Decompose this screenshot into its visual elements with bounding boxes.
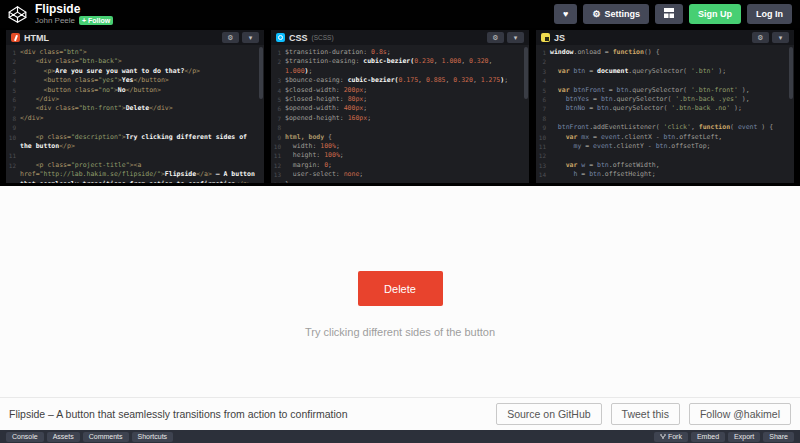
code-line[interactable]: 4 <button class="yes">Yes</button> <box>6 76 264 85</box>
css-settings-button[interactable]: ⚙ <box>487 32 504 43</box>
code-line[interactable]: 11 my = event.clientY - btn.offsetTop; <box>536 142 794 151</box>
fork-button[interactable]: Fork <box>654 432 688 442</box>
html-panel-title: HTML <box>24 33 49 43</box>
credit-text: Flipside – A button that seamlessly tran… <box>9 408 348 420</box>
code-line[interactable]: 3$bounce-easing: cubic-bezier(0.175, 0.8… <box>271 76 529 85</box>
follow-button[interactable]: + Follow <box>79 16 113 25</box>
code-line[interactable]: 2 <box>536 57 794 66</box>
love-button[interactable]: ♥ <box>554 4 577 24</box>
line-number: 12 <box>536 151 550 160</box>
line-number: 2 <box>536 57 550 66</box>
code-line[interactable]: 14} <box>271 180 529 183</box>
change-view-button[interactable] <box>655 4 683 24</box>
code-line[interactable]: 7 <div class="btn-front">Delete</div> <box>6 104 264 113</box>
code-line[interactable]: 6 </div> <box>6 95 264 104</box>
line-number: 14 <box>271 180 285 183</box>
line-number: 6 <box>271 104 285 113</box>
js-scrollbar[interactable] <box>789 47 793 99</box>
code-line[interactable]: 5$closed-height: 80px; <box>271 95 529 104</box>
share-button[interactable]: Share <box>763 432 794 442</box>
code-line[interactable]: 7 btnNo = btn.querySelector( '.btn-back … <box>536 104 794 113</box>
line-number: 10 <box>271 142 285 151</box>
js-panel-title: JS <box>554 33 565 43</box>
settings-button[interactable]: ⚙ Settings <box>583 4 649 24</box>
css-panel-title: CSS <box>289 33 308 43</box>
code-line[interactable]: 8 <box>271 123 529 132</box>
assets-button[interactable]: Assets <box>47 432 80 442</box>
code-line[interactable]: 8 <box>536 114 794 123</box>
code-line[interactable]: 3 <p>Are you sure you want to do that?</… <box>6 67 264 76</box>
code-line[interactable]: 3 var btn = document.querySelector( '.bt… <box>536 67 794 76</box>
html-code-area[interactable]: 1<div class="btn">2 <div class="btn-back… <box>6 45 264 183</box>
js-panel-header: JS ⚙ ▾ <box>536 30 794 45</box>
code-line[interactable]: 12 <p class="project-title"><a href="htt… <box>6 161 264 183</box>
line-number: 8 <box>271 123 285 132</box>
line-number: 1 <box>271 48 285 57</box>
delete-button[interactable]: Delete <box>358 271 443 306</box>
code-line[interactable]: 1$transition-duration: 0.8s; <box>271 48 529 57</box>
code-line[interactable]: 10 width: 100%; <box>271 142 529 151</box>
bottom-toolbar: Console Assets Comments Shortcuts Fork E… <box>0 430 800 443</box>
sign-up-button[interactable]: Sign Up <box>689 4 741 24</box>
chevron-down-icon: ▾ <box>249 34 253 41</box>
code-line[interactable]: 8</div> <box>6 114 264 123</box>
line-number: 6 <box>6 95 20 104</box>
follow-hakimel-button[interactable]: Follow @hakimel <box>689 403 791 425</box>
html-menu-button[interactable]: ▾ <box>242 32 259 43</box>
pen-author[interactable]: John Peele <box>35 16 75 25</box>
line-number: 9 <box>536 123 550 132</box>
css-panel-header: CSS (SCSS) ⚙ ▾ <box>271 30 529 45</box>
html-settings-button[interactable]: ⚙ <box>222 32 239 43</box>
code-line[interactable]: 9 <box>6 123 264 132</box>
code-line[interactable]: 7$opened-height: 160px; <box>271 114 529 123</box>
heart-icon: ♥ <box>563 9 568 19</box>
export-button[interactable]: Export <box>728 432 760 442</box>
code-line[interactable]: 1window.onload = function() { <box>536 48 794 57</box>
code-line[interactable]: 11 height: 100%; <box>271 151 529 160</box>
codepen-logo-icon[interactable] <box>8 5 27 24</box>
code-line[interactable]: 9html, body { <box>271 133 529 142</box>
line-number: 1 <box>536 48 550 57</box>
code-line[interactable]: 9 btnFront.addEventListener( 'click', fu… <box>536 123 794 132</box>
console-button[interactable]: Console <box>6 432 44 442</box>
tweet-this-button[interactable]: Tweet this <box>611 403 680 425</box>
code-line[interactable]: 10 <p class="description">Try clicking d… <box>6 133 264 152</box>
line-number: 2 <box>6 57 20 66</box>
code-line[interactable]: 6$opened-width: 400px; <box>271 104 529 113</box>
css-scrollbar[interactable] <box>524 47 528 99</box>
code-line[interactable]: 14 h = btn.offsetHeight; <box>536 170 794 179</box>
log-in-button[interactable]: Log In <box>747 4 792 24</box>
comments-button[interactable]: Comments <box>83 432 129 442</box>
code-line[interactable]: 4 <box>536 76 794 85</box>
source-on-github-button[interactable]: Source on GitHub <box>496 403 601 425</box>
code-line[interactable]: 11 <box>6 151 264 160</box>
line-number: 12 <box>271 161 285 170</box>
result-preview: Delete Try clicking different sides of t… <box>0 186 800 430</box>
line-number: 7 <box>271 114 285 123</box>
code-line[interactable]: 5 <button class="no">No</button> <box>6 86 264 95</box>
html-editor-panel: HTML ⚙ ▾ 1<div class="btn">2 <div class=… <box>6 30 264 183</box>
code-line[interactable]: 10 var mx = event.clientX - btn.offsetLe… <box>536 133 794 142</box>
code-line[interactable]: 2$transition-easing: cubic-bezier(0.230,… <box>271 57 529 76</box>
code-line[interactable]: 4$closed-width: 200px; <box>271 86 529 95</box>
shortcuts-button[interactable]: Shortcuts <box>132 432 174 442</box>
css-menu-button[interactable]: ▾ <box>507 32 524 43</box>
css-code-area[interactable]: 1$transition-duration: 0.8s;2$transition… <box>271 45 529 183</box>
code-line[interactable]: 5 var btnFront = btn.querySelector( '.bt… <box>536 86 794 95</box>
top-header: Flipside John Peele + Follow ♥ ⚙ Setting… <box>0 0 800 28</box>
code-line[interactable]: 12 margin: 0; <box>271 161 529 170</box>
code-line[interactable]: 6 btnYes = btn.querySelector( '.btn-back… <box>536 95 794 104</box>
code-line[interactable]: 13 var w = btn.offsetWidth, <box>536 161 794 170</box>
code-line[interactable]: 13 user-select: none; <box>271 170 529 179</box>
html-scrollbar[interactable] <box>259 47 263 99</box>
js-code-area[interactable]: 1window.onload = function() {2 3 var btn… <box>536 45 794 183</box>
js-settings-button[interactable]: ⚙ <box>752 32 769 43</box>
code-line[interactable]: 12 <box>536 151 794 160</box>
line-number: 7 <box>6 104 20 113</box>
code-line[interactable]: 1<div class="btn"> <box>6 48 264 57</box>
line-number: 5 <box>536 86 550 95</box>
embed-button[interactable]: Embed <box>691 432 725 442</box>
js-menu-button[interactable]: ▾ <box>772 32 789 43</box>
line-number: 12 <box>6 161 20 183</box>
code-line[interactable]: 2 <div class="btn-back"> <box>6 57 264 66</box>
